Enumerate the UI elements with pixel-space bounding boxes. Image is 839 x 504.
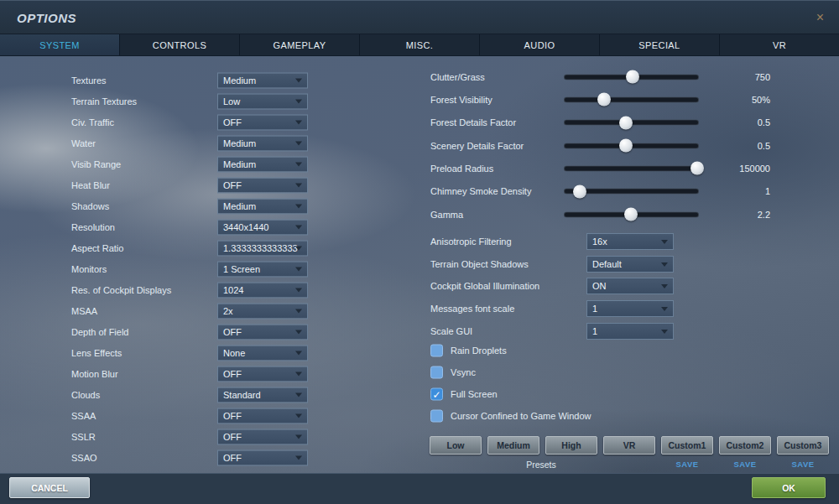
preset-custom2-button[interactable]: Custom2 [719,436,771,455]
close-icon: × [816,10,824,25]
dropdown-value: 1 [592,326,597,336]
chevron-down-icon [295,456,302,460]
full-screen-label: Full Screen [451,389,498,399]
chevron-down-icon [661,307,668,311]
check-row: Rain Droplets [0,340,839,361]
slider-row: Gamma2.2 [0,203,839,226]
close-button[interactable]: × [811,1,829,34]
slider-handle[interactable] [573,184,586,198]
tab-vr[interactable]: VR [720,34,839,55]
slider-row: Forest Visibility50% [0,88,839,111]
ssao-dropdown[interactable]: OFF [217,449,308,465]
sslr-dropdown[interactable]: OFF [217,429,308,444]
tab-misc[interactable]: MISC. [360,34,480,55]
preset-low-button[interactable]: Low [430,436,482,455]
scale-gui-dropdown[interactable]: 1 [586,323,674,340]
tab-system[interactable]: SYSTEM [0,34,120,55]
preset-high-button[interactable]: High [545,436,597,455]
forest-visibility-slider[interactable] [564,96,699,102]
ssao-label: SSAO [71,453,97,463]
scenery-details-factor-label: Scenery Details Factor [430,141,524,151]
setting-row: SSLROFF [0,426,436,447]
save-custom1-link[interactable]: SAVE [675,460,698,469]
vsync-checkbox[interactable] [430,366,443,379]
chevron-down-icon [295,435,302,439]
rain-droplets-label: Rain Droplets [451,346,507,356]
full-screen-checkbox[interactable]: ✓ [430,388,443,401]
titlebar: OPTIONS × [0,1,839,34]
gamma-slider[interactable] [564,211,699,217]
terrain-object-shadows-dropdown[interactable]: Default [586,256,674,273]
anisotropic-filtering-dropdown[interactable]: 16x [586,233,674,250]
slider-handle[interactable] [597,93,611,107]
slider-value: 2.2 [703,210,770,220]
setting-row: Anisotropic Filtering16x [0,231,839,253]
cockpit-global-illumination-dropdown[interactable]: ON [586,278,674,294]
slider-settings: Clutter/Grass750Forest Visibility50%Fore… [0,65,839,226]
gamma-label: Gamma [430,210,463,220]
slider-value: 150000 [703,164,770,174]
tab-special[interactable]: SPECIAL [600,34,720,55]
slider-handle[interactable] [626,70,639,84]
scenery-details-factor-slider[interactable] [564,143,699,148]
slider-row: Preload Radius150000 [0,157,839,179]
preset-medium-button[interactable]: Medium [487,436,539,455]
setting-row: SSAOOFF [0,447,436,468]
messages-font-scale-dropdown[interactable]: 1 [586,300,674,317]
preset-custom1-button[interactable]: Custom1 [661,436,713,455]
tab-label: CONTROLS [153,40,206,50]
save-custom2-link[interactable]: SAVE [733,460,756,469]
save-custom3-link[interactable]: SAVE [791,460,814,469]
preset-custom3-button[interactable]: Custom3 [777,436,829,455]
slider-row: Clutter/Grass750 [0,65,839,88]
preset-vr-button[interactable]: VR [603,436,655,455]
dropdown-value: 1 [592,304,597,314]
setting-row: Terrain Object ShadowsDefault [0,252,839,275]
check-icon: ✓ [432,389,440,399]
slider-handle[interactable] [690,162,704,175]
tab-label: GAMEPLAY [274,40,326,50]
slider-row: Chimney Smoke Density1 [0,180,839,203]
slider-value: 750 [703,72,770,82]
preload-radius-label: Preload Radius [430,164,493,174]
tab-label: SPECIAL [638,40,680,50]
presets-caption: Presets [526,460,556,470]
slider-value: 0.5 [703,117,770,127]
clutter-grass-label: Clutter/Grass [430,72,485,82]
slider-handle[interactable] [619,139,633,153]
dropdown-value: OFF [223,432,242,442]
setting-row: Messages font scale1 [0,298,839,320]
check-row: ✓Full Screen [0,383,839,405]
chevron-down-icon [661,262,668,267]
slider-handle[interactable] [619,116,633,129]
forest-details-factor-slider[interactable] [564,120,699,126]
preload-radius-slider[interactable] [564,165,699,171]
ok-button[interactable]: OK [752,477,826,498]
rain-droplets-checkbox[interactable] [430,345,443,357]
check-row: Vsync [0,361,839,383]
checkbox-settings: Rain DropletsVsync✓Full ScreenCursor Con… [0,340,839,427]
chevron-down-icon [661,240,668,244]
setting-row: Cockpit Global IlluminationON [0,275,839,298]
vsync-label: Vsync [451,367,476,377]
sslr-label: SSLR [71,432,96,442]
slider-value: 1 [703,186,770,196]
dropdown-value: OFF [223,453,242,463]
cancel-label: CANCEL [31,483,68,493]
cursor-confined-to-game-window-checkbox[interactable] [430,410,443,423]
dropdown-value: Default [592,259,622,269]
tab-audio[interactable]: AUDIO [480,34,600,55]
tab-label: AUDIO [524,40,555,50]
chimney-smoke-density-slider[interactable] [564,189,699,195]
forest-visibility-label: Forest Visibility [430,95,492,105]
tab-controls[interactable]: CONTROLS [120,34,240,55]
cancel-button[interactable]: CANCEL [9,477,90,498]
slider-handle[interactable] [624,208,638,221]
chevron-down-icon [661,330,668,334]
slider-row: Scenery Details Factor0.5 [0,134,839,157]
anisotropic-filtering-label: Anisotropic Filtering [430,236,512,247]
clutter-grass-slider[interactable] [564,74,699,80]
ok-label: OK [782,483,795,493]
tab-gameplay[interactable]: GAMEPLAY [240,34,360,55]
slider-value: 0.5 [703,141,770,151]
